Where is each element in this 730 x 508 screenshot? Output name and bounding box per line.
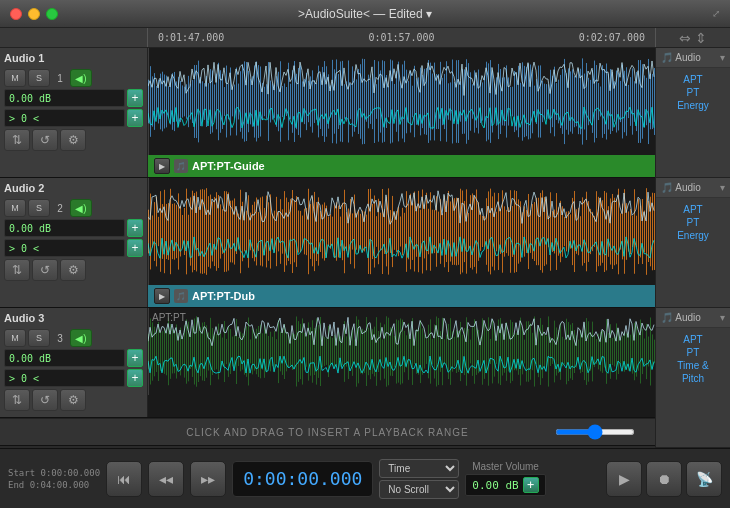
track-1-waveform[interactable]: ▶ 🎵 APT:PT-Guide — [148, 48, 655, 177]
track-3-loop-icon[interactable]: ↺ — [32, 389, 58, 411]
plugin-2-line2: PT — [687, 217, 700, 228]
right-sidebar: 🎵 Audio ▾ APT PT Energy 🎵 Audio ▾ APT PT… — [655, 48, 730, 448]
close-button[interactable] — [10, 8, 22, 20]
solo-button-3[interactable]: S — [28, 329, 50, 347]
track-3-db-row: 0.00 dB + — [4, 349, 143, 367]
track-3-move-icon[interactable]: ⇅ — [4, 389, 30, 411]
sidebar-panel-3: 🎵 Audio ▾ APT PT Time & Pitch — [656, 308, 730, 448]
sidebar-arrow-1[interactable]: ▾ — [720, 52, 725, 63]
plugin-3-line3: Time & — [677, 360, 708, 371]
track-1-play[interactable]: ▶ — [154, 158, 170, 174]
track-3: Audio 3 M S 3 ◀) 0.00 dB + > 0 < + ⇅ — [0, 308, 655, 418]
track-1-settings-icon[interactable]: ⚙ — [60, 129, 86, 151]
sidebar-panel-1: 🎵 Audio ▾ APT PT Energy — [656, 48, 730, 178]
solo-button-1[interactable]: S — [28, 69, 50, 87]
track-2-settings-icon[interactable]: ⚙ — [60, 259, 86, 281]
sidebar-plugin-1: APT PT Energy — [656, 68, 730, 117]
track-1-db[interactable]: 0.00 dB — [4, 89, 125, 107]
track-2: Audio 2 M S 2 ◀) 0.00 dB + > 0 < + ⇅ — [0, 178, 655, 308]
transport-bar: Start 0:00:00.000 End 0:04:00.000 ⏮ ◂◂ ▸… — [0, 448, 730, 508]
track-1-name: Audio 1 — [4, 52, 143, 64]
time-mode-panel: Time No Scroll — [379, 459, 459, 499]
master-volume-display: 0.00 dB + — [465, 474, 545, 496]
track-1-db-row: 0.00 dB + — [4, 89, 143, 107]
transport-start-end: Start 0:00:00.000 End 0:04:00.000 — [8, 468, 100, 490]
broadcast-button[interactable]: 📡 — [686, 461, 722, 497]
time-mode-select[interactable]: Time — [379, 459, 459, 478]
track-2-arrow-row: > 0 < + — [4, 239, 143, 257]
forward-button[interactable]: ▸▸ — [190, 461, 226, 497]
track-2-plus[interactable]: + — [127, 219, 143, 237]
mute-button-2[interactable]: M — [4, 199, 26, 217]
track-3-small-label: APT:PT — [152, 312, 186, 323]
sidebar-arrow-3[interactable]: ▾ — [720, 312, 725, 323]
track-1-label: APT:PT-Guide — [192, 160, 265, 172]
track-2-buttons: M S 2 ◀) — [4, 199, 143, 217]
track-2-arrow-plus[interactable]: + — [127, 239, 143, 257]
sidebar-plugin-2: APT PT Energy — [656, 198, 730, 247]
speaker-button-1[interactable]: ◀) — [70, 69, 92, 87]
track-3-db[interactable]: 0.00 dB — [4, 349, 125, 367]
mute-button-3[interactable]: M — [4, 329, 26, 347]
sidebar-label-2: 🎵 Audio — [661, 182, 701, 193]
track-2-db[interactable]: 0.00 dB — [4, 219, 125, 237]
playback-range-bar[interactable]: CLICK AND DRAG TO INSERT A PLAYBACK RANG… — [0, 418, 655, 446]
track-1-arrow[interactable]: > 0 < — [4, 109, 125, 127]
track-1-label-bar: ▶ 🎵 APT:PT-Guide — [148, 155, 655, 177]
track-2-play[interactable]: ▶ — [154, 288, 170, 304]
minimize-button[interactable] — [28, 8, 40, 20]
track-2-label-icon: 🎵 — [174, 289, 188, 303]
rewind-button[interactable]: ⏮ — [106, 461, 142, 497]
track-1-controls: Audio 1 M S 1 ◀) 0.00 dB + > 0 < + ⇅ — [0, 48, 148, 177]
transport-start: Start 0:00:00.000 — [8, 468, 100, 478]
sidebar-panel-2: 🎵 Audio ▾ APT PT Energy — [656, 178, 730, 308]
master-volume-plus[interactable]: + — [523, 477, 539, 493]
master-volume-panel: Master Volume 0.00 dB + — [465, 461, 545, 496]
master-volume-label: Master Volume — [472, 461, 539, 472]
track-2-waveform[interactable]: ▶ 🎵 APT:PT-Dub — [148, 178, 655, 307]
sidebar-plugin-3: APT PT Time & Pitch — [656, 328, 730, 390]
speaker-button-3[interactable]: ◀) — [70, 329, 92, 347]
track-3-plus[interactable]: + — [127, 349, 143, 367]
timecode-left: 0:01:47.000 — [158, 32, 224, 43]
plugin-1-line2: PT — [687, 87, 700, 98]
track-2-arrow[interactable]: > 0 < — [4, 239, 125, 257]
track-3-controls: Audio 3 M S 3 ◀) 0.00 dB + > 0 < + ⇅ — [0, 308, 148, 417]
track-2-move-icon[interactable]: ⇅ — [4, 259, 30, 281]
master-volume-value: 0.00 dB — [472, 479, 518, 492]
track-3-arrow-plus[interactable]: + — [127, 369, 143, 387]
playback-range-text: CLICK AND DRAG TO INSERT A PLAYBACK RANG… — [186, 427, 468, 438]
mute-button-1[interactable]: M — [4, 69, 26, 87]
sidebar-label-3: 🎵 Audio — [661, 312, 701, 323]
track-1-number: 1 — [52, 69, 68, 87]
range-slider[interactable] — [555, 429, 635, 435]
track-1-arrow-plus[interactable]: + — [127, 109, 143, 127]
track-3-arrow[interactable]: > 0 < — [4, 369, 125, 387]
timecode-center: 0:01:57.000 — [368, 32, 434, 43]
play-button[interactable]: ▶ — [606, 461, 642, 497]
solo-button-2[interactable]: S — [28, 199, 50, 217]
maximize-button[interactable] — [46, 8, 58, 20]
transport-end: End 0:04:00.000 — [8, 480, 100, 490]
plugin-3-line1: APT — [683, 334, 702, 345]
track-1-buttons: M S 1 ◀) — [4, 69, 143, 87]
track-3-waveform[interactable]: APT:PT — [148, 308, 655, 417]
track-1-plus[interactable]: + — [127, 89, 143, 107]
scroll-mode-select[interactable]: No Scroll — [379, 480, 459, 499]
track-2-controls: Audio 2 M S 2 ◀) 0.00 dB + > 0 < + ⇅ — [0, 178, 148, 307]
resize-icon: ⤢ — [712, 8, 720, 19]
window-title: >AudioSuite< — Edited ▾ — [298, 7, 432, 21]
end-buttons: ▶ ⏺ 📡 — [606, 461, 722, 497]
track-3-number: 3 — [52, 329, 68, 347]
track-1-move-icon[interactable]: ⇅ — [4, 129, 30, 151]
track-1-loop-icon[interactable]: ↺ — [32, 129, 58, 151]
track-3-settings-icon[interactable]: ⚙ — [60, 389, 86, 411]
track-2-loop-icon[interactable]: ↺ — [32, 259, 58, 281]
title-bar: >AudioSuite< — Edited ▾ ⤢ — [0, 0, 730, 28]
timecode-display: 0:00:00.000 — [232, 461, 373, 497]
back-button[interactable]: ◂◂ — [148, 461, 184, 497]
sidebar-arrow-2[interactable]: ▾ — [720, 182, 725, 193]
record-button[interactable]: ⏺ — [646, 461, 682, 497]
track-1-label-icon: 🎵 — [174, 159, 188, 173]
speaker-button-2[interactable]: ◀) — [70, 199, 92, 217]
